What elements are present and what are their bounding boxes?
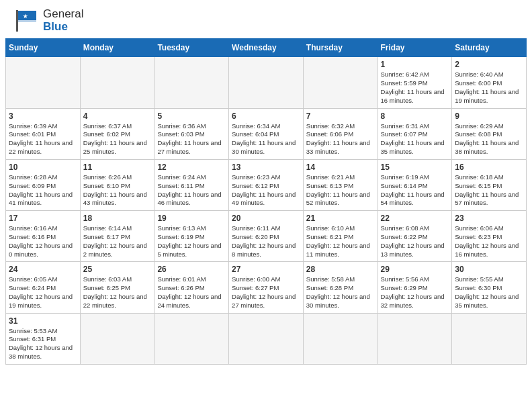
weekday-header-saturday: Saturday [452,39,527,57]
day-cell: 3Sunrise: 6:39 AM Sunset: 6:01 PM Daylig… [6,108,81,159]
day-cell: 27Sunrise: 6:00 AM Sunset: 6:27 PM Dayli… [229,262,304,313]
day-info: Sunrise: 6:37 AM Sunset: 6:02 PM Dayligh… [83,122,152,156]
day-number: 28 [306,265,375,274]
day-number: 21 [306,214,375,223]
day-cell [229,313,304,364]
day-number: 23 [455,214,523,223]
day-info: Sunrise: 6:26 AM Sunset: 6:10 PM Dayligh… [83,173,152,208]
day-number: 27 [232,265,300,274]
day-number: 17 [9,214,77,223]
day-info: Sunrise: 6:32 AM Sunset: 6:06 PM Dayligh… [306,122,375,156]
day-cell: 5Sunrise: 6:36 AM Sunset: 6:03 PM Daylig… [154,108,229,159]
day-info: Sunrise: 6:34 AM Sunset: 6:04 PM Dayligh… [232,122,300,156]
calendar-wrap: SundayMondayTuesdayWednesdayThursdayFrid… [0,38,532,370]
day-cell: 16Sunrise: 6:18 AM Sunset: 6:15 PM Dayli… [452,159,527,210]
day-cell [80,57,154,108]
day-info: Sunrise: 6:05 AM Sunset: 6:24 PM Dayligh… [9,275,77,310]
day-cell: 11Sunrise: 6:26 AM Sunset: 6:10 PM Dayli… [80,159,154,210]
week-row-5: 24Sunrise: 6:05 AM Sunset: 6:24 PM Dayli… [6,262,527,313]
day-info: Sunrise: 6:42 AM Sunset: 5:59 PM Dayligh… [381,71,449,105]
svg-text:★: ★ [23,13,28,19]
day-cell: 9Sunrise: 6:29 AM Sunset: 6:08 PM Daylig… [452,108,527,159]
weekday-header-sunday: Sunday [6,39,81,57]
svg-rect-0 [16,10,18,32]
weekday-header-tuesday: Tuesday [154,39,229,57]
day-cell: 29Sunrise: 5:56 AM Sunset: 6:29 PM Dayli… [378,262,452,313]
weekday-header-thursday: Thursday [303,39,378,57]
day-number: 19 [157,214,226,223]
day-cell [378,313,452,364]
day-cell: 7Sunrise: 6:32 AM Sunset: 6:06 PM Daylig… [303,108,378,159]
day-cell: 4Sunrise: 6:37 AM Sunset: 6:02 PM Daylig… [80,108,154,159]
day-cell: 6Sunrise: 6:34 AM Sunset: 6:04 PM Daylig… [229,108,304,159]
svg-marker-2 [18,20,36,22]
day-info: Sunrise: 6:40 AM Sunset: 6:00 PM Dayligh… [455,71,523,105]
day-info: Sunrise: 6:11 AM Sunset: 6:20 PM Dayligh… [232,224,300,259]
logo-icon: ★ [11,9,40,33]
day-number: 12 [157,163,226,172]
day-info: Sunrise: 6:21 AM Sunset: 6:13 PM Dayligh… [306,173,375,208]
week-row-3: 10Sunrise: 6:28 AM Sunset: 6:09 PM Dayli… [6,159,527,210]
day-number: 31 [9,316,77,326]
day-info: Sunrise: 6:24 AM Sunset: 6:11 PM Dayligh… [157,173,226,208]
weekday-header-monday: Monday [80,39,154,57]
day-cell: 18Sunrise: 6:14 AM Sunset: 6:17 PM Dayli… [80,211,154,262]
day-info: Sunrise: 6:36 AM Sunset: 6:03 PM Dayligh… [157,122,226,156]
day-cell: 12Sunrise: 6:24 AM Sunset: 6:11 PM Dayli… [154,159,229,210]
day-info: Sunrise: 6:19 AM Sunset: 6:14 PM Dayligh… [381,173,449,208]
day-number: 14 [306,163,375,172]
day-cell [154,313,229,364]
day-number: 26 [157,265,226,274]
day-info: Sunrise: 5:56 AM Sunset: 6:29 PM Dayligh… [381,275,449,310]
day-cell: 1Sunrise: 6:42 AM Sunset: 5:59 PM Daylig… [378,57,452,108]
day-info: Sunrise: 6:06 AM Sunset: 6:23 PM Dayligh… [455,224,523,259]
day-info: Sunrise: 6:00 AM Sunset: 6:27 PM Dayligh… [232,275,300,310]
weekday-header-friday: Friday [378,39,452,57]
day-info: Sunrise: 6:39 AM Sunset: 6:01 PM Dayligh… [9,122,77,156]
day-number: 6 [232,111,300,121]
day-number: 3 [9,111,77,121]
day-info: Sunrise: 6:29 AM Sunset: 6:08 PM Dayligh… [455,122,523,156]
day-info: Sunrise: 5:58 AM Sunset: 6:28 PM Dayligh… [306,275,375,310]
day-cell: 21Sunrise: 6:10 AM Sunset: 6:21 PM Dayli… [303,211,378,262]
day-number: 25 [83,265,152,274]
day-cell: 30Sunrise: 5:55 AM Sunset: 6:30 PM Dayli… [452,262,527,313]
day-cell [6,57,81,108]
week-row-6: 31Sunrise: 5:53 AM Sunset: 6:31 PM Dayli… [6,313,527,364]
week-row-1: 1Sunrise: 6:42 AM Sunset: 5:59 PM Daylig… [6,57,527,108]
day-number: 10 [9,163,77,172]
day-number: 15 [381,163,449,172]
day-info: Sunrise: 6:08 AM Sunset: 6:22 PM Dayligh… [381,224,449,259]
weekday-header-wednesday: Wednesday [229,39,304,57]
day-cell: 2Sunrise: 6:40 AM Sunset: 6:00 PM Daylig… [452,57,527,108]
day-cell: 25Sunrise: 6:03 AM Sunset: 6:25 PM Dayli… [80,262,154,313]
day-number: 2 [455,60,523,69]
day-cell: 14Sunrise: 6:21 AM Sunset: 6:13 PM Dayli… [303,159,378,210]
day-cell: 24Sunrise: 6:05 AM Sunset: 6:24 PM Dayli… [6,262,81,313]
day-cell: 20Sunrise: 6:11 AM Sunset: 6:20 PM Dayli… [229,211,304,262]
day-number: 22 [381,214,449,223]
day-info: Sunrise: 6:14 AM Sunset: 6:17 PM Dayligh… [83,224,152,259]
day-info: Sunrise: 6:01 AM Sunset: 6:26 PM Dayligh… [157,275,226,310]
day-info: Sunrise: 5:55 AM Sunset: 6:30 PM Dayligh… [455,275,523,310]
day-cell: 13Sunrise: 6:23 AM Sunset: 6:12 PM Dayli… [229,159,304,210]
day-cell [80,313,154,364]
day-cell: 22Sunrise: 6:08 AM Sunset: 6:22 PM Dayli… [378,211,452,262]
logo-blue: Blue [43,20,68,33]
day-cell: 26Sunrise: 6:01 AM Sunset: 6:26 PM Dayli… [154,262,229,313]
day-number: 29 [381,265,449,274]
day-cell [303,57,378,108]
day-info: Sunrise: 6:10 AM Sunset: 6:21 PM Dayligh… [306,224,375,259]
day-number: 20 [232,214,300,223]
day-cell: 23Sunrise: 6:06 AM Sunset: 6:23 PM Dayli… [452,211,527,262]
day-cell: 10Sunrise: 6:28 AM Sunset: 6:09 PM Dayli… [6,159,81,210]
day-info: Sunrise: 6:16 AM Sunset: 6:16 PM Dayligh… [9,224,77,259]
header: ★ General Blue [0,0,532,38]
day-number: 7 [306,111,375,121]
day-number: 4 [83,111,152,121]
day-info: Sunrise: 6:18 AM Sunset: 6:15 PM Dayligh… [455,173,523,208]
day-cell: 15Sunrise: 6:19 AM Sunset: 6:14 PM Dayli… [378,159,452,210]
day-cell [154,57,229,108]
day-info: Sunrise: 6:23 AM Sunset: 6:12 PM Dayligh… [232,173,300,208]
day-number: 9 [455,111,523,121]
